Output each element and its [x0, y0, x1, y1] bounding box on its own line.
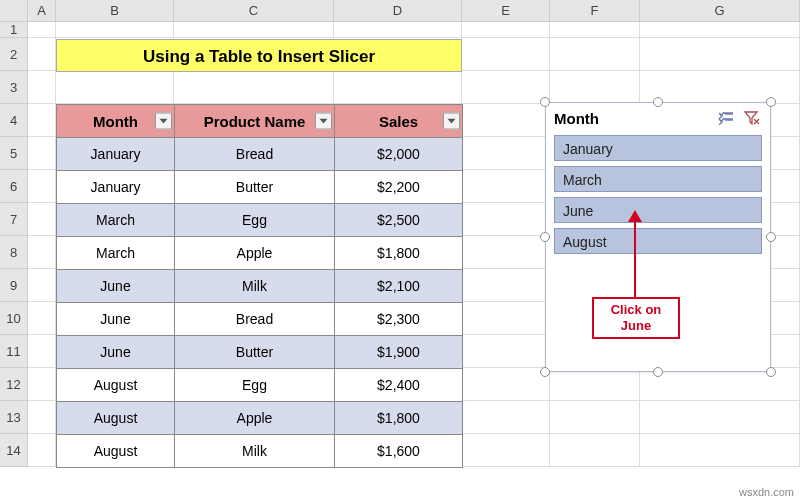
header-product-label: Product Name: [204, 113, 306, 130]
callout-box: Click on June: [592, 297, 680, 339]
row-header-3[interactable]: 3: [0, 71, 28, 104]
table-cell-month[interactable]: August: [57, 402, 175, 435]
table-cell-month[interactable]: March: [57, 204, 175, 237]
table-cell-month[interactable]: June: [57, 303, 175, 336]
table-cell-sales[interactable]: $2,200: [335, 171, 463, 204]
table-cell-month[interactable]: January: [57, 171, 175, 204]
col-header-d[interactable]: D: [334, 0, 462, 22]
slicer-item-january[interactable]: January: [554, 135, 762, 161]
resize-handle-l[interactable]: [540, 232, 550, 242]
row-header-14[interactable]: 14: [0, 434, 28, 467]
row-header-11[interactable]: 11: [0, 335, 28, 368]
table-cell-month[interactable]: June: [57, 336, 175, 369]
callout-text: Click on June: [611, 302, 662, 333]
table-cell-sales[interactable]: $1,800: [335, 402, 463, 435]
resize-handle-br[interactable]: [766, 367, 776, 377]
svg-marker-1: [319, 119, 327, 124]
table-cell-product[interactable]: Milk: [175, 270, 335, 303]
table-row[interactable]: MarchEgg$2,500: [57, 204, 463, 237]
table-row[interactable]: AugustEgg$2,400: [57, 369, 463, 402]
resize-handle-bl[interactable]: [540, 367, 550, 377]
chevron-down-icon: [159, 119, 168, 124]
table-cell-month[interactable]: March: [57, 237, 175, 270]
row-header-10[interactable]: 10: [0, 302, 28, 335]
table-cell-product[interactable]: Apple: [175, 402, 335, 435]
clear-filter-icon[interactable]: [742, 109, 762, 127]
svg-marker-2: [447, 119, 455, 124]
corner-cell[interactable]: [0, 0, 28, 22]
slicer-item-june[interactable]: June: [554, 197, 762, 223]
svg-marker-0: [159, 119, 167, 124]
table-row[interactable]: JuneButter$1,900: [57, 336, 463, 369]
table-row[interactable]: JuneMilk$2,100: [57, 270, 463, 303]
table-row[interactable]: JanuaryBread$2,000: [57, 138, 463, 171]
table-cell-sales[interactable]: $2,300: [335, 303, 463, 336]
table-cell-product[interactable]: Butter: [175, 171, 335, 204]
chevron-down-icon: [319, 119, 328, 124]
col-header-a[interactable]: A: [28, 0, 56, 22]
filter-button-sales[interactable]: [443, 113, 460, 130]
table-row[interactable]: JanuaryButter$2,200: [57, 171, 463, 204]
row-header-5[interactable]: 5: [0, 137, 28, 170]
page-title-banner: Using a Table to Insert Slicer: [56, 39, 462, 72]
table-cell-sales[interactable]: $1,600: [335, 435, 463, 468]
resize-handle-tr[interactable]: [766, 97, 776, 107]
row-header-7[interactable]: 7: [0, 203, 28, 236]
table-cell-month[interactable]: January: [57, 138, 175, 171]
watermark: wsxdn.com: [739, 486, 794, 498]
slicer-title: Month: [554, 110, 599, 127]
resize-handle-t[interactable]: [653, 97, 663, 107]
row-header-4[interactable]: 4: [0, 104, 28, 137]
header-month[interactable]: Month: [57, 105, 175, 138]
col-header-e[interactable]: E: [462, 0, 550, 22]
spreadsheet-grid: A B C D E F G 1 2 3 4 5 6 7 8 9 10 11 12…: [0, 0, 800, 502]
table-cell-sales[interactable]: $1,800: [335, 237, 463, 270]
header-sales-label: Sales: [379, 113, 418, 130]
filter-button-product[interactable]: [315, 113, 332, 130]
row-headers: 1 2 3 4 5 6 7 8 9 10 11 12 13 14: [0, 22, 28, 467]
slicer-header: Month: [546, 103, 770, 133]
table-cell-month[interactable]: August: [57, 435, 175, 468]
table-cell-product[interactable]: Bread: [175, 138, 335, 171]
table-row[interactable]: JuneBread$2,300: [57, 303, 463, 336]
table-cell-sales[interactable]: $2,500: [335, 204, 463, 237]
row-header-2[interactable]: 2: [0, 38, 28, 71]
table-cell-sales[interactable]: $2,400: [335, 369, 463, 402]
slicer-item-august[interactable]: August: [554, 228, 762, 254]
table-cell-product[interactable]: Bread: [175, 303, 335, 336]
col-header-f[interactable]: F: [550, 0, 640, 22]
multi-select-icon[interactable]: [716, 109, 736, 127]
header-product[interactable]: Product Name: [175, 105, 335, 138]
header-sales[interactable]: Sales: [335, 105, 463, 138]
col-header-g[interactable]: G: [640, 0, 800, 22]
table-cell-product[interactable]: Egg: [175, 369, 335, 402]
table-row[interactable]: MarchApple$1,800: [57, 237, 463, 270]
filter-button-month[interactable]: [155, 113, 172, 130]
row-header-12[interactable]: 12: [0, 368, 28, 401]
table-cell-product[interactable]: Butter: [175, 336, 335, 369]
resize-handle-tl[interactable]: [540, 97, 550, 107]
data-table: Month Product Name Sales: [56, 104, 463, 468]
table-cell-month[interactable]: June: [57, 270, 175, 303]
table-cell-product[interactable]: Milk: [175, 435, 335, 468]
col-header-b[interactable]: B: [56, 0, 174, 22]
slicer-item-march[interactable]: March: [554, 166, 762, 192]
resize-handle-b[interactable]: [653, 367, 663, 377]
row-header-1[interactable]: 1: [0, 22, 28, 38]
row-header-8[interactable]: 8: [0, 236, 28, 269]
chevron-down-icon: [447, 119, 456, 124]
table-cell-sales[interactable]: $1,900: [335, 336, 463, 369]
column-headers: A B C D E F G: [0, 0, 800, 22]
table-cell-product[interactable]: Apple: [175, 237, 335, 270]
table-cell-sales[interactable]: $2,100: [335, 270, 463, 303]
table-cell-product[interactable]: Egg: [175, 204, 335, 237]
resize-handle-r[interactable]: [766, 232, 776, 242]
row-header-6[interactable]: 6: [0, 170, 28, 203]
table-cell-month[interactable]: August: [57, 369, 175, 402]
table-cell-sales[interactable]: $2,000: [335, 138, 463, 171]
table-row[interactable]: AugustMilk$1,600: [57, 435, 463, 468]
col-header-c[interactable]: C: [174, 0, 334, 22]
row-header-9[interactable]: 9: [0, 269, 28, 302]
table-row[interactable]: AugustApple$1,800: [57, 402, 463, 435]
row-header-13[interactable]: 13: [0, 401, 28, 434]
